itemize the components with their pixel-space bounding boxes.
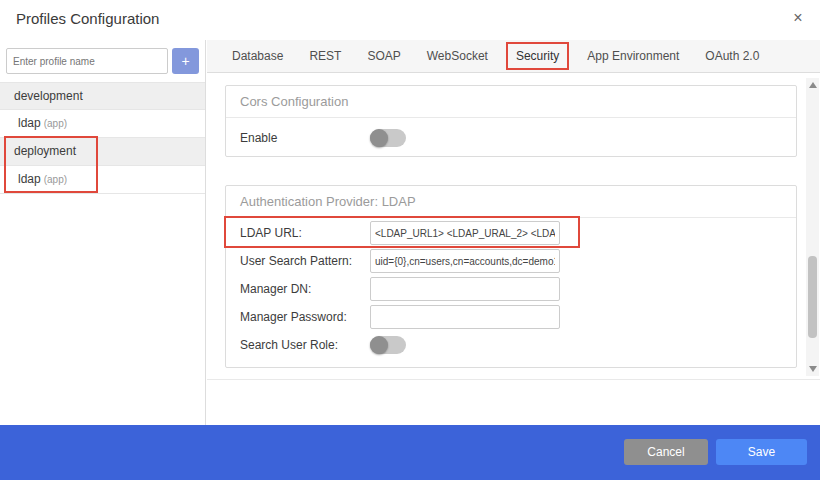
profile-item-label: deployment xyxy=(14,144,76,158)
tab-websocket[interactable]: WebSocket xyxy=(414,49,501,63)
settings-tabbar: Database REST SOAP WebSocket Security Ap… xyxy=(207,40,820,73)
tab-app-environment[interactable]: App Environment xyxy=(574,49,692,63)
ldap-url-row: LDAP URL: xyxy=(226,220,796,246)
sidebar-item-deployment[interactable]: deployment xyxy=(0,138,205,166)
tab-rest[interactable]: REST xyxy=(296,49,354,63)
tab-database[interactable]: Database xyxy=(219,49,296,63)
ldap-url-input[interactable] xyxy=(370,221,560,245)
profile-item-suffix: (app) xyxy=(44,118,67,129)
scroll-up-icon[interactable] xyxy=(809,82,817,88)
cancel-button[interactable]: Cancel xyxy=(624,439,708,465)
tab-security[interactable]: Security xyxy=(506,42,569,70)
profile-name-input[interactable] xyxy=(6,48,168,74)
dialog-footer: Cancel Save xyxy=(0,425,820,480)
scroll-down-icon[interactable] xyxy=(809,366,817,372)
profile-item-label: ldap xyxy=(18,116,41,130)
profile-list: development ldap(app) deployment ldap(ap… xyxy=(0,82,205,194)
scrollbar-thumb[interactable] xyxy=(808,256,817,338)
dialog-header: Profiles Configuration × xyxy=(0,0,820,40)
manager-dn-row: Manager DN: xyxy=(226,276,796,302)
profiles-sidebar: + development ldap(app) deployment ldap(… xyxy=(0,40,206,425)
search-user-role-row: Search User Role: xyxy=(226,332,796,358)
profile-item-label: ldap xyxy=(18,172,41,186)
cors-enable-label: Enable xyxy=(240,131,370,145)
toggle-knob-icon xyxy=(370,129,388,147)
cors-configuration-card: Cors Configuration Enable xyxy=(225,85,797,157)
manager-dn-label: Manager DN: xyxy=(240,282,370,296)
security-tab-content: Cors Configuration Enable Authentication… xyxy=(207,73,820,380)
search-user-role-label: Search User Role: xyxy=(240,338,370,352)
user-search-pattern-input[interactable] xyxy=(370,249,560,273)
close-icon[interactable]: × xyxy=(788,8,808,28)
profile-item-suffix: (app) xyxy=(44,174,67,185)
manager-password-row: Manager Password: xyxy=(226,304,796,330)
cors-enable-row: Enable xyxy=(226,125,796,151)
tab-soap[interactable]: SOAP xyxy=(354,49,413,63)
add-profile-button[interactable]: + xyxy=(172,48,199,74)
sidebar-item-ldap-deployment[interactable]: ldap(app) xyxy=(0,166,205,194)
save-button[interactable]: Save xyxy=(716,439,807,465)
user-search-pattern-label: User Search Pattern: xyxy=(240,254,370,268)
vertical-scrollbar[interactable] xyxy=(806,78,819,376)
sidebar-item-development[interactable]: development xyxy=(0,82,205,110)
ldap-url-label: LDAP URL: xyxy=(240,226,370,240)
sidebar-item-ldap-development[interactable]: ldap(app) xyxy=(0,110,205,138)
manager-password-label: Manager Password: xyxy=(240,310,370,324)
toggle-knob-icon xyxy=(370,336,388,354)
profile-item-label: development xyxy=(14,89,83,103)
auth-card-title: Authentication Provider: LDAP xyxy=(226,186,796,218)
auth-provider-ldap-card: Authentication Provider: LDAP LDAP URL: … xyxy=(225,185,797,368)
user-search-pattern-row: User Search Pattern: xyxy=(226,248,796,274)
search-user-role-toggle[interactable] xyxy=(370,336,406,354)
manager-dn-input[interactable] xyxy=(370,277,560,301)
manager-password-input[interactable] xyxy=(370,305,560,329)
page-title: Profiles Configuration xyxy=(16,10,159,27)
cors-enable-toggle[interactable] xyxy=(370,129,406,147)
tab-oauth[interactable]: OAuth 2.0 xyxy=(692,49,772,63)
cors-card-title: Cors Configuration xyxy=(226,86,796,118)
